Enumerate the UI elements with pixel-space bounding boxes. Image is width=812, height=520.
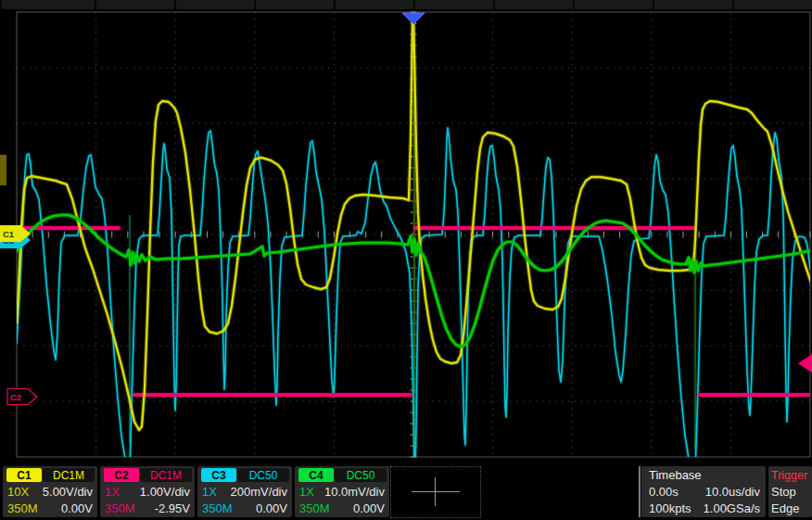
channel-box-c2[interactable]: C2 DC1M 1X 1.00V/div 350M -2.95V [100,466,195,517]
channel-badge-c1[interactable]: C1 [6,468,42,482]
channel-probe-c1: 10X [7,484,29,501]
channel-title-row: C3 DC50 [197,466,292,484]
channel-probe-c3: 1X [202,484,217,501]
trigger-level-marker[interactable] [798,354,812,373]
traces [17,14,812,463]
channel-row: 1X 1.00V/div [100,484,195,501]
trigger-type: Edge [771,501,799,517]
channel-row: 350M 0.00V [197,501,292,517]
channel-coupling-c4[interactable]: DC50 [335,468,387,482]
channel-box-c3[interactable]: C3 DC50 1X 200mV/div 350M 0.00V [197,466,292,517]
channel-bandwidth-c2: 350M [105,501,135,517]
timebase-row: 100kpts 1.00GSa/s [641,501,766,517]
trigger-title: Trigger [771,467,807,484]
waveform-display: C3C1C2 [0,0,812,463]
channel-probe-c2: 1X [105,484,120,501]
timebase-row: 0.00s 10.0us/div [641,484,766,501]
timebase-box[interactable]: Timebase 0.00s 10.0us/div 100kpts 1.00GS… [641,466,766,517]
statusbar-separator [639,466,641,517]
timebase-scale: 10.0us/div [705,484,760,501]
crosshair-icon [412,491,460,492]
channel-title-row: C4 DC50 [295,466,389,484]
channel-offset-c3: 0.00V [256,501,287,517]
trigger-position-marker[interactable] [402,13,425,24]
timebase-sample-rate: 1.00GSa/s [704,501,760,517]
channel-row: 10X 5.00V/div [3,484,97,501]
channel-row: 350M 0.00V [295,501,389,517]
channel-scale-c2: 1.00V/div [140,484,190,501]
timebase-delay: 0.00s [649,484,679,501]
channel-box-c1[interactable]: C1 DC1M 10X 5.00V/div 350M 0.00V [3,466,97,517]
math-channel-placeholder[interactable] [390,466,481,518]
timebase-title: Timebase [649,467,702,484]
trigger-status: Stop [771,484,796,501]
channel-badge-c3[interactable]: C3 [201,468,236,482]
channel-scale-c4: 10.0mV/div [324,484,385,501]
channel-scale-c1: 5.00V/div [43,484,93,501]
channel-position-label: C2 [10,392,21,402]
channel-box-c4[interactable]: C4 DC50 1X 10.0mV/div 350M 0.00V [295,466,389,517]
channel-coupling-c2[interactable]: DC1M [140,468,192,482]
trigger-box[interactable]: Trigger Stop Edge [768,466,812,517]
channel-row: 350M -2.95V [100,501,195,517]
channel-bandwidth-c1: 350M [7,501,38,517]
trigger-row: Edge [768,501,812,517]
channel-bandwidth-c4: 350M [299,501,330,517]
trigger-row: Stop [768,484,812,501]
channel-badge-c4[interactable]: C4 [298,468,334,482]
channel-offset-c4: 0.00V [353,501,385,517]
channel-badge-c2[interactable]: C2 [104,468,139,482]
channel-row: 1X 200mV/div [197,484,292,501]
oscilloscope-screen: C3C1C2 C1 DC1M 10X 5.00V/div 350M 0.00V … [0,0,812,520]
channel-probe-c4: 1X [299,484,314,501]
channel-scale-c3: 200mV/div [231,484,287,501]
channel-position-label: C1 [3,229,15,239]
channel-row: 350M 0.00V [3,501,97,517]
crosshair-icon [435,477,436,506]
channel-bandwidth-c3: 350M [202,501,233,517]
channel-coupling-c1[interactable]: DC1M [43,468,95,482]
channel-offset-c1: 0.00V [61,501,93,517]
channel-title-row: C2 DC1M [100,466,195,484]
channel-offset-c2: -2.95V [155,501,190,517]
timebase-points: 100kpts [649,501,691,517]
clip-indicator [0,155,6,185]
channel-row: 1X 10.0mV/div [295,484,389,501]
channel-title-row: C1 DC1M [3,466,97,484]
channel-coupling-c3[interactable]: DC50 [237,468,289,482]
